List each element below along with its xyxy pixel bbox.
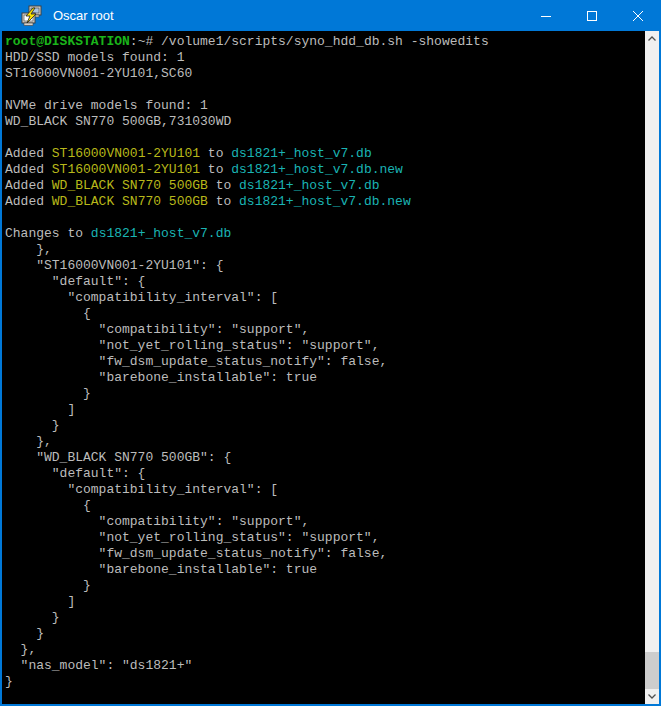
terminal-text-segment: :~#: [130, 34, 161, 49]
scrollbar[interactable]: [645, 31, 659, 704]
terminal-text-segment: "fw_dsm_update_status_notify": false,: [5, 546, 387, 561]
scrollbar-down-button[interactable]: [645, 689, 659, 704]
terminal-text-segment: }: [5, 610, 60, 625]
terminal-line: "WD_BLACK SN770 500GB": {: [5, 450, 645, 466]
terminal-text-segment: Added: [5, 178, 52, 193]
terminal-text-segment: "not_yet_rolling_status": "support",: [5, 530, 379, 545]
terminal-line: "fw_dsm_update_status_notify": false,: [5, 546, 645, 562]
terminal-line: Added WD_BLACK SN770 500GB to ds1821+_ho…: [5, 178, 645, 194]
terminal-line: },: [5, 642, 645, 658]
terminal-line: ]: [5, 402, 645, 418]
terminal-line: Added ST16000VN001-2YU101 to ds1821+_hos…: [5, 146, 645, 162]
terminal-line: }: [5, 418, 645, 434]
terminal-text-segment: ST16000VN001-2YU101: [52, 162, 200, 177]
terminal-line: }: [5, 386, 645, 402]
scrollbar-thumb[interactable]: [645, 652, 659, 689]
terminal-text-segment: ds1821+_host_v7.db.new: [231, 162, 403, 177]
terminal-text-segment: to: [200, 146, 231, 161]
terminal-text-segment: Changes to: [5, 226, 91, 241]
terminal-line: "compatibility_interval": [: [5, 290, 645, 306]
terminal-line: "ST16000VN001-2YU101": {: [5, 258, 645, 274]
terminal-line: "compatibility": "support",: [5, 514, 645, 530]
terminal-text-segment: }: [5, 418, 60, 433]
terminal-text-segment: "fw_dsm_update_status_notify": false,: [5, 354, 387, 369]
terminal-text-segment: "compatibility": "support",: [5, 322, 309, 337]
terminal-text-segment: {: [5, 306, 91, 321]
terminal-text-segment: "barebone_installable": true: [5, 370, 317, 385]
terminal-text-segment: "compatibility_interval": [: [5, 482, 278, 497]
terminal-text-segment: HDD/SSD models found: 1: [5, 50, 184, 65]
terminal-text-segment: }: [5, 386, 91, 401]
caption-buttons: [523, 0, 661, 31]
terminal-line: NVMe drive models found: 1: [5, 98, 645, 114]
terminal-text-segment: ds1821+_host_v7.db: [231, 146, 371, 161]
titlebar[interactable]: Oscar root: [0, 0, 661, 31]
terminal-line: [5, 82, 645, 98]
terminal-text-segment: }: [5, 674, 13, 689]
terminal-line: },: [5, 242, 645, 258]
terminal-line: ST16000VN001-2YU101,SC60: [5, 66, 645, 82]
terminal-line: Added ST16000VN001-2YU101 to ds1821+_hos…: [5, 162, 645, 178]
terminal-line: {: [5, 306, 645, 322]
terminal-text-segment: to: [208, 178, 239, 193]
terminal-text-segment: ]: [5, 402, 75, 417]
terminal-line: Added WD_BLACK SN770 500GB to ds1821+_ho…: [5, 194, 645, 210]
minimize-icon: [541, 11, 551, 21]
terminal-text-segment: ds1821+_host_v7.db: [91, 226, 231, 241]
terminal-line: "not_yet_rolling_status": "support",: [5, 338, 645, 354]
terminal-text-segment: ST16000VN001-2YU101,SC60: [5, 66, 192, 81]
terminal-line: [5, 210, 645, 226]
terminal-line: {: [5, 498, 645, 514]
terminal-text-segment: ]: [5, 594, 75, 609]
terminal-output[interactable]: root@DISKSTATION:~# /volume1/scripts/syn…: [2, 31, 645, 704]
terminal-text-segment: to: [208, 194, 239, 209]
terminal-line: Changes to ds1821+_host_v7.db: [5, 226, 645, 242]
terminal-text-segment: NVMe drive models found: 1: [5, 98, 208, 113]
terminal-line: "nas_model": "ds1821+": [5, 658, 645, 674]
scrollbar-up-button[interactable]: [645, 31, 659, 46]
terminal-text-segment: "barebone_installable": true: [5, 562, 317, 577]
terminal-text-segment: "compatibility_interval": [: [5, 290, 278, 305]
terminal-text-segment: "nas_model": "ds1821+": [5, 658, 192, 673]
terminal-text-segment: },: [5, 642, 36, 657]
terminal-text-segment: {: [5, 498, 91, 513]
terminal-line: },: [5, 434, 645, 450]
terminal-text-segment: WD_BLACK SN770 500GB,731030WD: [5, 114, 231, 129]
terminal-line: "default": {: [5, 466, 645, 482]
terminal-line: }: [5, 626, 645, 642]
terminal-text-segment: root@DISKSTATION: [5, 34, 130, 49]
terminal-line: [5, 130, 645, 146]
terminal-text-segment: "default": {: [5, 466, 145, 481]
chevron-up-icon: [648, 36, 656, 41]
terminal-text-segment: Added: [5, 162, 52, 177]
terminal-text-segment: "ST16000VN001-2YU101": {: [5, 258, 223, 273]
terminal-line: }: [5, 578, 645, 594]
terminal-line: WD_BLACK SN770 500GB,731030WD: [5, 114, 645, 130]
terminal-line: root@DISKSTATION:~# /volume1/scripts/syn…: [5, 34, 645, 50]
terminal-line: "default": {: [5, 274, 645, 290]
minimize-button[interactable]: [523, 0, 569, 31]
terminal-line: "barebone_installable": true: [5, 370, 645, 386]
terminal-text-segment: "not_yet_rolling_status": "support",: [5, 338, 379, 353]
terminal-line: "not_yet_rolling_status": "support",: [5, 530, 645, 546]
terminal-line: "compatibility": "support",: [5, 322, 645, 338]
terminal-text-segment: "default": {: [5, 274, 145, 289]
window-title: Oscar root: [53, 8, 114, 23]
terminal-text-segment: Added: [5, 194, 52, 209]
terminal-text-segment: ds1821+_host_v7.db: [239, 178, 379, 193]
terminal-text-segment: ST16000VN001-2YU101: [52, 146, 200, 161]
terminal-text-segment: }: [5, 626, 44, 641]
maximize-icon: [587, 11, 597, 21]
terminal-line: HDD/SSD models found: 1: [5, 50, 645, 66]
close-button[interactable]: [615, 0, 661, 31]
chevron-down-icon: [648, 694, 656, 699]
terminal-line: "barebone_installable": true: [5, 562, 645, 578]
terminal-text-segment: "WD_BLACK SN770 500GB": {: [5, 450, 231, 465]
maximize-button[interactable]: [569, 0, 615, 31]
terminal-body: root@DISKSTATION:~# /volume1/scripts/syn…: [2, 31, 659, 704]
terminal-text-segment: WD_BLACK SN770 500GB: [52, 194, 208, 209]
close-icon: [633, 11, 643, 21]
terminal-text-segment: },: [5, 434, 52, 449]
putty-window: Oscar root root@DISKSTATION:~# /volume1: [0, 0, 661, 706]
terminal-text-segment: /volume1/scripts/syno_hdd_db.sh -showedi…: [161, 34, 489, 49]
